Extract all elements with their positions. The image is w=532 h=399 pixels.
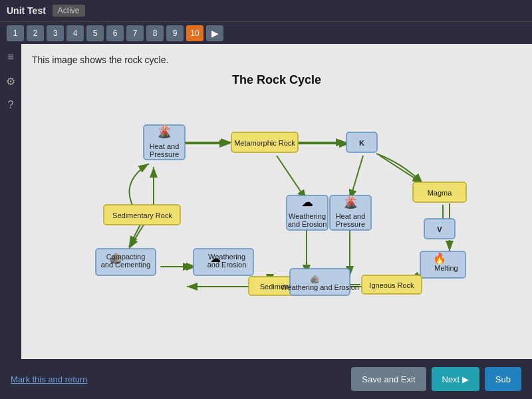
bottom-bar: Mark this and return Save and Exit Next … xyxy=(0,359,532,399)
svg-text:Sedimentary Rock: Sedimentary Rock xyxy=(112,211,172,219)
svg-text:K: K xyxy=(359,139,364,147)
svg-text:☁: ☁ xyxy=(301,196,313,209)
svg-text:Weathering: Weathering xyxy=(289,212,326,220)
mark-link[interactable]: Mark this and return xyxy=(11,374,88,384)
svg-text:Compacting: Compacting xyxy=(106,253,146,261)
svg-text:Igneous Rock: Igneous Rock xyxy=(369,281,414,289)
status-badge: Active xyxy=(53,5,85,17)
main-content: This image shows the rock cycle. The Roc… xyxy=(21,44,532,359)
question-btn-7[interactable]: 7 xyxy=(126,25,144,41)
question-btn-1[interactable]: 1 xyxy=(7,25,24,41)
menu-icon[interactable]: ≡ xyxy=(3,49,19,65)
svg-text:Melting: Melting xyxy=(434,264,458,272)
top-bar: Unit Test Active xyxy=(0,0,532,21)
svg-text:and Erosion: and Erosion xyxy=(288,220,327,228)
svg-line-16 xyxy=(350,156,363,200)
svg-text:and Cementing: and Cementing xyxy=(101,261,151,269)
svg-line-15 xyxy=(277,156,307,200)
svg-line-10 xyxy=(129,225,144,249)
question-btn-5[interactable]: 5 xyxy=(86,25,104,41)
question-btn-2[interactable]: 2 xyxy=(27,25,44,41)
svg-text:🌋: 🌋 xyxy=(343,195,358,209)
help-icon[interactable]: ? xyxy=(3,97,19,113)
next-question-arrow[interactable]: ▶ xyxy=(206,25,223,41)
bottom-right-buttons: Save and Exit Next ▶ Sub xyxy=(351,367,521,391)
svg-text:Heat and: Heat and xyxy=(336,212,366,220)
diagram-container: The Rock Cycle xyxy=(32,73,521,340)
svg-text:Pressure: Pressure xyxy=(336,220,365,228)
svg-text:Magma: Magma xyxy=(428,189,453,197)
svg-text:🔥: 🔥 xyxy=(433,252,446,265)
node-weathering-erosion-3[interactable] xyxy=(290,269,350,295)
svg-text:Weathering: Weathering xyxy=(208,253,245,261)
question-btn-6[interactable]: 6 xyxy=(106,25,124,41)
diagram-title: The Rock Cycle xyxy=(32,73,521,87)
svg-text:and Erosion: and Erosion xyxy=(207,261,247,269)
question-btn-4[interactable]: 4 xyxy=(66,25,84,41)
test-title: Unit Test xyxy=(7,5,46,16)
question-btn-3[interactable]: 3 xyxy=(47,25,64,41)
svg-text:Heat and: Heat and xyxy=(150,142,180,150)
question-btn-10[interactable]: 10 xyxy=(186,25,203,41)
svg-text:🪨: 🪨 xyxy=(310,274,320,284)
svg-text:🌋: 🌋 xyxy=(157,124,172,139)
arrow-k-to-magma xyxy=(380,156,423,184)
question-btn-8[interactable]: 8 xyxy=(146,25,164,41)
svg-text:Metamorphic Rock: Metamorphic Rock xyxy=(234,139,295,147)
save-exit-button[interactable]: Save and Exit xyxy=(351,367,426,391)
rock-cycle-diagram: 🌋 Heat and Pressure Metamorphic Rock K S… xyxy=(51,94,503,307)
next-button[interactable]: Next ▶ xyxy=(432,367,479,391)
question-bar: 1 2 3 4 5 6 7 8 9 10 ▶ xyxy=(0,21,532,44)
gear-icon[interactable]: ⚙ xyxy=(3,73,19,89)
svg-text:Pressure: Pressure xyxy=(150,150,179,158)
submit-button[interactable]: Sub xyxy=(485,367,521,391)
svg-text:V: V xyxy=(437,225,442,233)
question-text: This image shows the rock cycle. xyxy=(32,55,521,65)
sidebar: ≡ ⚙ ? xyxy=(0,44,21,376)
question-btn-9[interactable]: 9 xyxy=(166,25,184,41)
svg-text:Weathering and Erosion: Weathering and Erosion xyxy=(281,283,359,291)
